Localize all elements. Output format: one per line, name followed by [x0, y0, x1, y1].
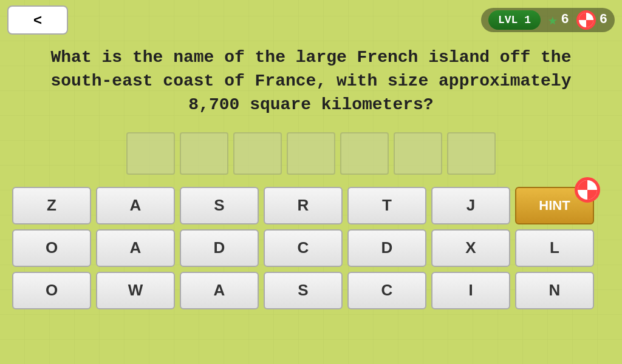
answer-box-6[interactable]: [394, 132, 442, 175]
key-A1[interactable]: A: [96, 187, 175, 224]
life-score: 6: [576, 10, 607, 30]
key-S1[interactable]: S: [180, 187, 259, 224]
life-score-value: 6: [600, 12, 607, 27]
key-S2[interactable]: S: [264, 272, 343, 309]
keyboard-row-1: Z A S R T J HINT: [12, 187, 610, 224]
keyboard-row-2: O A D C D X L: [12, 229, 610, 267]
key-C2[interactable]: C: [347, 272, 426, 309]
top-bar: < LVL 1 ★ 6 6: [0, 0, 622, 39]
answer-box-4[interactable]: [287, 132, 335, 175]
level-badge: LVL 1: [488, 10, 541, 30]
key-X[interactable]: X: [431, 229, 510, 267]
keyboard-area: Z A S R T J HINT O A D C D X L O W A S C…: [0, 181, 622, 315]
key-O2[interactable]: O: [12, 272, 91, 309]
key-A2[interactable]: A: [96, 229, 175, 267]
answer-box-1[interactable]: [126, 132, 175, 175]
score-area: LVL 1 ★ 6 6: [481, 8, 615, 32]
key-D1[interactable]: D: [180, 229, 259, 267]
key-C1[interactable]: C: [264, 229, 343, 267]
key-T[interactable]: T: [347, 187, 426, 224]
question-area: What is the name of the large French isl…: [0, 39, 622, 120]
key-A3[interactable]: A: [180, 272, 259, 309]
key-N[interactable]: N: [515, 272, 594, 309]
back-button[interactable]: <: [7, 5, 68, 35]
answer-box-3[interactable]: [233, 132, 282, 175]
star-icon: ★: [548, 10, 558, 30]
key-W[interactable]: W: [96, 272, 175, 309]
star-score: ★ 6: [548, 10, 569, 30]
hint-button[interactable]: HINT: [515, 187, 594, 224]
answer-boxes: [0, 120, 622, 181]
key-Z[interactable]: Z: [12, 187, 91, 224]
level-text: LVL 1: [498, 14, 531, 26]
question-text: What is the name of the large French isl…: [24, 46, 598, 117]
life-icon: [576, 10, 596, 30]
key-D2[interactable]: D: [347, 229, 426, 267]
key-J[interactable]: J: [431, 187, 510, 224]
answer-box-5[interactable]: [340, 132, 389, 175]
answer-box-7[interactable]: [447, 132, 496, 175]
keyboard-row-3: O W A S C I N: [12, 272, 610, 309]
hint-life-icon: [575, 177, 600, 203]
key-R[interactable]: R: [264, 187, 343, 224]
key-I[interactable]: I: [431, 272, 510, 309]
key-O1[interactable]: O: [12, 229, 91, 267]
key-L[interactable]: L: [515, 229, 594, 267]
answer-box-2[interactable]: [180, 132, 228, 175]
star-score-value: 6: [561, 12, 569, 27]
